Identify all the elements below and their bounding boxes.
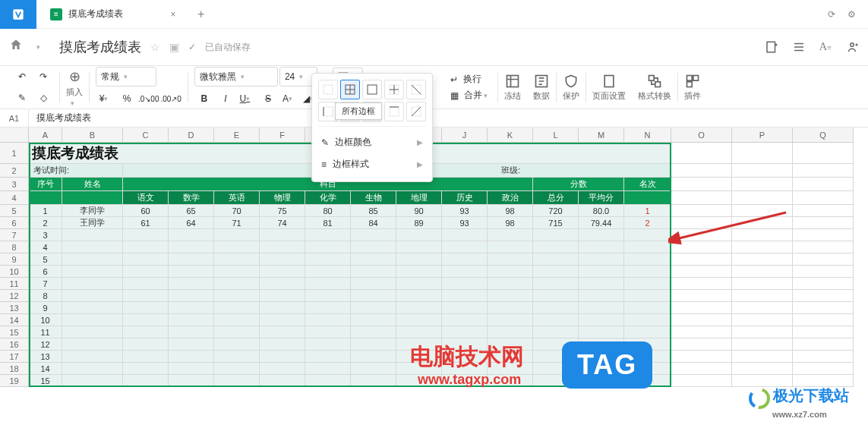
cell[interactable]	[793, 290, 854, 302]
cell[interactable]	[260, 253, 305, 266]
cell[interactable]	[533, 229, 579, 241]
cell[interactable]: 80	[305, 205, 351, 217]
cell[interactable]	[123, 278, 169, 290]
cell[interactable]	[169, 253, 214, 266]
col-header[interactable]: K	[488, 127, 533, 143]
cell[interactable]	[214, 290, 260, 302]
cell[interactable]: 物理	[260, 191, 305, 205]
border-diag2-option[interactable]	[406, 102, 426, 121]
cell[interactable]: 84	[351, 217, 396, 229]
cell[interactable]	[533, 290, 579, 302]
cell[interactable]	[624, 278, 671, 290]
cell[interactable]	[793, 191, 854, 205]
cell[interactable]: 考试时间:	[29, 164, 123, 178]
cell[interactable]	[260, 302, 305, 314]
cell[interactable]	[488, 302, 533, 314]
cell[interactable]	[533, 302, 579, 314]
merge-button[interactable]: ▦ 合并▾	[450, 89, 491, 102]
wrap-button[interactable]: ↵ 换行	[450, 73, 491, 86]
cell[interactable]: 90	[396, 205, 442, 217]
cell[interactable]	[793, 351, 854, 363]
cell[interactable]	[260, 326, 305, 338]
cell[interactable]	[29, 191, 62, 205]
cell[interactable]	[732, 351, 793, 363]
row-header[interactable]: 15	[0, 326, 29, 338]
row-header[interactable]: 19	[0, 375, 29, 387]
cell[interactable]	[671, 253, 732, 266]
cell[interactable]	[351, 278, 396, 290]
cell[interactable]	[351, 266, 396, 278]
font-scale-icon[interactable]: A≡	[819, 40, 832, 54]
currency-button[interactable]: ¥▾	[96, 90, 115, 108]
col-header[interactable]: C	[123, 127, 169, 143]
cell[interactable]	[624, 314, 671, 326]
cell[interactable]	[442, 290, 488, 302]
cell[interactable]	[305, 338, 351, 351]
cell[interactable]	[214, 241, 260, 253]
cell[interactable]	[351, 363, 396, 375]
cell[interactable]	[671, 205, 732, 217]
cell[interactable]: 李同学	[62, 205, 123, 217]
border-all-option[interactable]	[340, 80, 360, 99]
border-top-option[interactable]	[384, 102, 404, 121]
cell[interactable]	[351, 253, 396, 266]
cell[interactable]: 98	[488, 205, 533, 217]
cell[interactable]: 10	[29, 314, 62, 326]
cell[interactable]	[793, 143, 854, 164]
cell[interactable]	[396, 314, 442, 326]
cell[interactable]	[671, 241, 732, 253]
cell[interactable]	[732, 326, 793, 338]
cell[interactable]	[624, 241, 671, 253]
cell[interactable]	[488, 326, 533, 338]
cell[interactable]: 4	[29, 241, 62, 253]
cell[interactable]	[671, 143, 732, 164]
cell[interactable]	[671, 229, 732, 241]
percent-button[interactable]: %	[117, 90, 137, 108]
cell[interactable]	[123, 229, 169, 241]
cell[interactable]	[214, 363, 260, 375]
cell[interactable]: 总分	[533, 191, 579, 205]
cell[interactable]: 8	[29, 290, 62, 302]
cell[interactable]: 地理	[396, 191, 442, 205]
cell[interactable]	[260, 338, 305, 351]
cell[interactable]	[793, 164, 854, 178]
cell[interactable]: 12	[29, 338, 62, 351]
cell[interactable]	[123, 326, 169, 338]
app-logo[interactable]	[0, 0, 36, 29]
cell[interactable]	[579, 278, 624, 290]
cell[interactable]: 93	[442, 217, 488, 229]
cell[interactable]: 720	[533, 205, 579, 217]
cell[interactable]: 93	[442, 205, 488, 217]
cell[interactable]: 生物	[351, 191, 396, 205]
redo-button[interactable]: ↷	[33, 68, 53, 86]
cell[interactable]	[169, 363, 214, 375]
border-outer-option[interactable]	[362, 80, 382, 99]
cell[interactable]: 名次	[624, 178, 671, 191]
cell[interactable]	[671, 278, 732, 290]
format-convert-button[interactable]: 格式转换	[638, 74, 671, 102]
cell[interactable]	[793, 314, 854, 326]
cell[interactable]	[305, 278, 351, 290]
row-header[interactable]: 6	[0, 217, 29, 229]
cell[interactable]	[732, 338, 793, 351]
cell[interactable]: 序号	[29, 178, 62, 191]
cell[interactable]	[732, 178, 793, 191]
cell[interactable]	[305, 266, 351, 278]
cell[interactable]	[214, 326, 260, 338]
increase-decimal-button[interactable]: .00↗0	[160, 90, 181, 108]
cell[interactable]	[351, 229, 396, 241]
cell[interactable]	[214, 253, 260, 266]
cell[interactable]	[62, 241, 123, 253]
cell[interactable]	[396, 326, 442, 338]
cell[interactable]	[396, 241, 442, 253]
col-header[interactable]: Q	[793, 127, 854, 143]
cell[interactable]: 5	[29, 253, 62, 266]
cell[interactable]	[396, 290, 442, 302]
italic-button[interactable]: I	[216, 90, 235, 108]
font-color-button[interactable]: A▾	[279, 90, 299, 108]
cell[interactable]: 2	[29, 217, 62, 229]
cell[interactable]	[62, 314, 123, 326]
cell[interactable]: 1	[29, 205, 62, 217]
cell[interactable]	[260, 266, 305, 278]
cell[interactable]	[62, 338, 123, 351]
